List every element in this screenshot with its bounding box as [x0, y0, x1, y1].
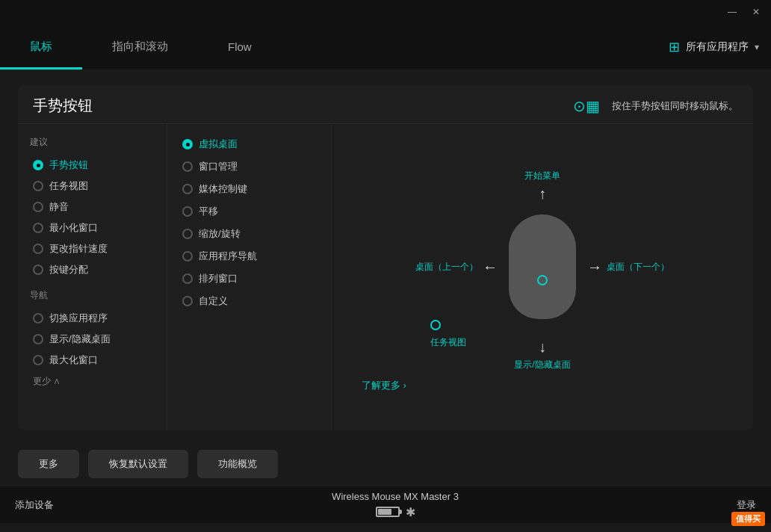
submenu-window-mgmt[interactable]: 窗口管理 — [179, 155, 319, 178]
card-body: 建议 手势按钮 任务视图 静音 最小化窗口 — [18, 124, 753, 430]
menu-item-mute[interactable]: 静音 — [30, 197, 155, 217]
menu-item-minimize-label: 最小化窗口 — [49, 221, 98, 235]
bottom-bar: 更多 恢复默认设置 功能概览 — [0, 442, 771, 486]
submenu-arrange-label: 排列窗口 — [199, 272, 238, 285]
menu-item-pointer-speed-label: 更改指针速度 — [49, 242, 108, 256]
watermark: 值得买 — [731, 512, 765, 526]
overview-button[interactable]: 功能概览 — [197, 450, 278, 478]
task-view-dot — [430, 320, 441, 330]
task-view-text: 任务视图 — [430, 336, 466, 349]
menu-item-gesture[interactable]: 手势按钮 — [30, 155, 155, 176]
device-name: Wireless Mouse MX Master 3 — [332, 491, 459, 502]
apps-grid-icon: ⊞ — [669, 39, 680, 55]
left-panel: 建议 手势按钮 任务视图 静音 最小化窗口 — [18, 124, 167, 430]
menu-item-taskview-label: 任务视图 — [49, 179, 88, 193]
radio-minimize — [33, 223, 43, 233]
mouse-diagram: 开始菜单 ↑ 桌面（上一个） ← → 桌面（下一个 — [415, 162, 669, 371]
arrow-up-icon: ↑ — [539, 185, 546, 202]
submenu-custom-label: 自定义 — [199, 294, 228, 308]
submenu-media-keys[interactable]: 媒体控制键 — [179, 178, 319, 200]
device-icons: ✱ — [376, 505, 415, 519]
menu-item-show-desktop-label: 显示/隐藏桌面 — [49, 332, 111, 346]
prev-desktop-text: 桌面（上一个） — [415, 261, 478, 273]
label-next-desktop: → 桌面（下一个） — [587, 259, 669, 276]
label-start-menu: 开始菜单 ↑ — [524, 170, 560, 202]
radio-window-mgmt — [182, 161, 193, 172]
submenu-virtual-desktop-label: 虚拟桌面 — [199, 137, 238, 151]
minimize-button[interactable]: — — [723, 3, 741, 21]
menu-item-keybind-label: 按键分配 — [49, 263, 88, 276]
submenu-custom[interactable]: 自定义 — [179, 290, 319, 312]
radio-custom — [182, 296, 193, 306]
menu-item-gesture-label: 手势按钮 — [49, 158, 88, 172]
label-show-hide-desktop: ↓ 显示/隐藏桌面 — [514, 338, 570, 371]
main-content: 手势按钮 ⊙▦ 按住手势按钮同时移动鼠标。 建议 手势按钮 任务视图 — [0, 70, 771, 442]
add-device-link[interactable]: 添加设备 — [15, 498, 54, 512]
show-hide-desktop-text: 显示/隐藏桌面 — [514, 359, 570, 371]
top-nav: 鼠标 指向和滚动 Flow ⊞ 所有应用程序 ▾ — [0, 24, 771, 70]
menu-item-maximize[interactable]: 最大化窗口 — [30, 350, 155, 371]
label-task-view: 任务视图 — [430, 320, 466, 349]
submenu-arrange[interactable]: 排列窗口 — [179, 267, 319, 290]
radio-pan — [182, 206, 193, 217]
battery-fill — [378, 509, 391, 515]
radio-virtual-desktop — [182, 139, 193, 149]
radio-zoom-rotate — [182, 229, 193, 239]
radio-pointer-speed — [33, 244, 43, 254]
next-desktop-text: 桌面（下一个） — [607, 261, 669, 273]
more-toggle-label: 更少 ∧ — [33, 375, 61, 388]
menu-item-switch-app[interactable]: 切换应用程序 — [30, 308, 155, 329]
submenu-pan-label: 平移 — [199, 205, 218, 218]
menu-item-pointer-speed[interactable]: 更改指针速度 — [30, 238, 155, 259]
radio-taskview — [33, 181, 43, 191]
card-header: 手势按钮 ⊙▦ 按住手势按钮同时移动鼠标。 — [18, 85, 753, 124]
wireless-icon: ✱ — [406, 505, 415, 519]
mouse-icon: ⊙▦ — [573, 97, 600, 115]
more-button[interactable]: 更多 — [18, 450, 79, 478]
menu-item-keybind[interactable]: 按键分配 — [30, 259, 155, 280]
submenu-zoom-rotate[interactable]: 缩放/旋转 — [179, 223, 319, 245]
section-suggest-label: 建议 — [30, 136, 155, 149]
close-button[interactable]: ✕ — [747, 3, 765, 21]
card-subtitle: 按住手势按钮同时移动鼠标。 — [612, 99, 738, 113]
submenu-window-mgmt-label: 窗口管理 — [199, 160, 238, 173]
tab-flow[interactable]: Flow — [198, 24, 282, 69]
submenu-app-nav-label: 应用程序导航 — [199, 250, 257, 263]
menu-item-taskview[interactable]: 任务视图 — [30, 176, 155, 197]
submenu-app-nav[interactable]: 应用程序导航 — [179, 245, 319, 267]
settings-card: 手势按钮 ⊙▦ 按住手势按钮同时移动鼠标。 建议 手势按钮 任务视图 — [18, 85, 753, 430]
menu-item-mute-label: 静音 — [49, 200, 69, 214]
submenu-zoom-rotate-label: 缩放/旋转 — [199, 227, 241, 241]
radio-media-keys — [182, 184, 193, 194]
battery-icon — [376, 507, 400, 517]
login-link[interactable]: 登录 — [737, 498, 756, 512]
tab-pointing[interactable]: 指向和滚动 — [82, 24, 198, 69]
radio-keybind — [33, 265, 43, 275]
learn-more-link[interactable]: 了解更多 › — [347, 379, 406, 392]
section-nav-label: 导航 — [30, 289, 155, 302]
radio-show-desktop — [33, 334, 43, 344]
mouse-gesture-button — [537, 275, 548, 285]
submenu-virtual-desktop[interactable]: 虚拟桌面 — [179, 133, 319, 155]
more-toggle[interactable]: 更少 ∧ — [30, 371, 155, 392]
tab-mouse[interactable]: 鼠标 — [0, 24, 82, 69]
nav-right: ⊞ 所有应用程序 ▾ — [669, 24, 771, 69]
apps-label[interactable]: 所有应用程序 — [686, 40, 749, 54]
menu-item-minimize[interactable]: 最小化窗口 — [30, 217, 155, 238]
arrow-left-icon: ← — [483, 259, 498, 276]
menu-item-show-desktop[interactable]: 显示/隐藏桌面 — [30, 329, 155, 350]
start-menu-text: 开始菜单 — [524, 170, 560, 182]
footer: 添加设备 Wireless Mouse MX Master 3 ✱ 登录 — [0, 486, 771, 523]
restore-button[interactable]: 恢复默认设置 — [88, 450, 188, 478]
radio-maximize — [33, 355, 43, 365]
card-title: 手势按钮 — [33, 96, 93, 116]
label-prev-desktop: 桌面（上一个） ← — [415, 259, 498, 276]
arrow-right-icon: → — [587, 259, 602, 276]
learn-more-text: 了解更多 › — [362, 379, 406, 392]
menu-item-switch-app-label: 切换应用程序 — [49, 312, 108, 325]
radio-app-nav — [182, 251, 193, 262]
submenu-media-keys-label: 媒体控制键 — [199, 182, 247, 196]
arrow-down-icon: ↓ — [539, 338, 546, 356]
submenu-pan[interactable]: 平移 — [179, 200, 319, 223]
title-bar: — ✕ — [0, 0, 771, 24]
